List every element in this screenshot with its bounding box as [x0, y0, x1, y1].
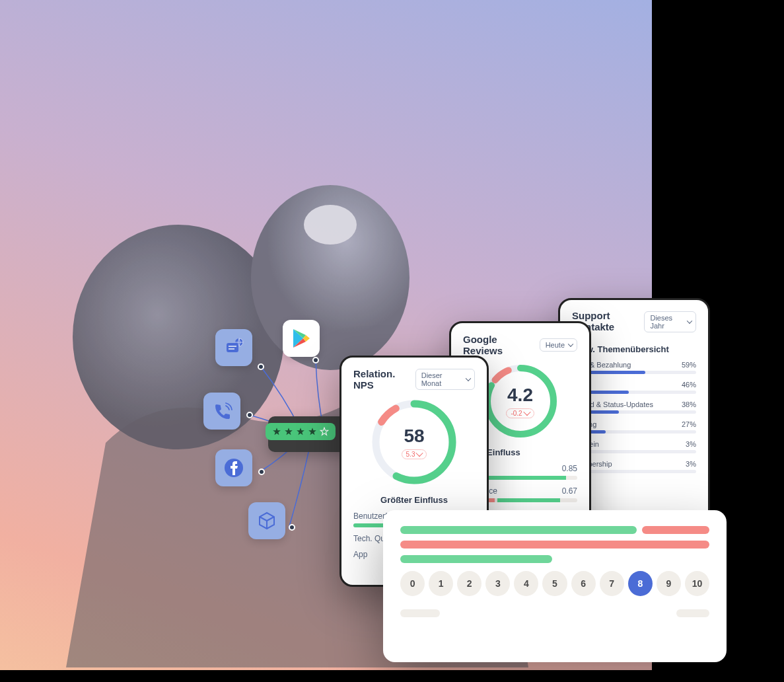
cube-icon [248, 502, 285, 539]
section-title: Größter Einfluss [353, 495, 475, 505]
scale-button-2[interactable]: 2 [457, 571, 481, 596]
gauge-google: 4.2 -0.2 [481, 361, 560, 441]
scale-button-3[interactable]: 3 [485, 571, 510, 596]
nps-slider-card: 012345678910 [383, 510, 727, 662]
star-icon [284, 427, 293, 436]
svg-rect-4 [229, 346, 236, 347]
scale-button-7[interactable]: 7 [600, 571, 624, 596]
scale-button-5[interactable]: 5 [542, 571, 567, 596]
gauge-value: 4.2 [507, 385, 533, 406]
star-icon [296, 427, 305, 436]
phone-icon [203, 393, 240, 430]
scale-button-4[interactable]: 4 [514, 571, 538, 596]
star-icon [308, 427, 317, 436]
svg-rect-5 [229, 348, 234, 350]
facebook-icon [215, 449, 252, 486]
label-placeholder [400, 609, 440, 617]
scale-button-6[interactable]: 6 [571, 571, 596, 596]
scale-button-8[interactable]: 8 [628, 571, 653, 596]
star-icon [272, 427, 281, 436]
scale-button-1[interactable]: 1 [429, 571, 453, 596]
label-placeholder [676, 609, 709, 617]
gauge-value: 58 [404, 426, 424, 447]
svg-point-2 [304, 205, 357, 245]
connector-dot [258, 363, 264, 370]
connector-dot [289, 524, 295, 531]
dropdown-period[interactable]: Dieser Monat [415, 369, 475, 390]
google-play-icon [283, 320, 320, 357]
gauge-nps: 58 5.3 [368, 396, 460, 488]
dropdown-period[interactable]: Heute [540, 338, 577, 352]
arrow-down-icon [523, 408, 530, 416]
scale-button-0[interactable]: 0 [400, 571, 425, 596]
survey-bar-1 [400, 526, 709, 534]
star-icon [320, 427, 329, 436]
survey-bar-2 [400, 541, 709, 549]
scale-button-9[interactable]: 9 [657, 571, 681, 596]
scale-button-10[interactable]: 10 [685, 571, 709, 596]
nps-scale: 012345678910 [400, 571, 709, 596]
delta-pill: -0.2 [506, 408, 534, 418]
connector-dot [258, 469, 265, 475]
card-title: Google Reviews [463, 334, 540, 356]
survey-bar-3 [400, 555, 709, 563]
card-title: Relation. NPS [353, 368, 415, 391]
rating-stars [266, 423, 336, 440]
delta-pill: 5.3 [402, 449, 427, 459]
chat-globe-icon [215, 329, 252, 366]
connector-dot [312, 357, 319, 363]
arrow-down-icon [416, 449, 423, 457]
dropdown-period[interactable]: Dieses Jahr [644, 311, 696, 332]
connector-dot [246, 412, 253, 418]
